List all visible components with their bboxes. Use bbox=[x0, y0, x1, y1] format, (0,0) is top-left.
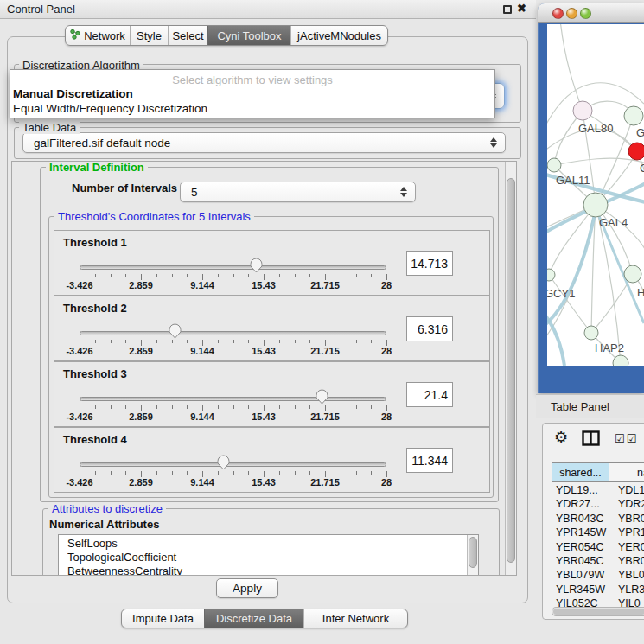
minimize-traffic-light-icon[interactable] bbox=[566, 8, 577, 19]
network-node[interactable] bbox=[547, 158, 561, 172]
table-cell[interactable]: YLR345W bbox=[552, 583, 609, 596]
slider-thumb[interactable] bbox=[217, 455, 230, 470]
network-canvas[interactable]: GAL80GACGAL11GAL4GCY1HHAP2 bbox=[547, 24, 644, 366]
gear-icon[interactable]: ⚙ bbox=[554, 428, 568, 447]
apply-button[interactable]: Apply bbox=[216, 578, 278, 598]
table-cell[interactable]: YER0 bbox=[609, 540, 644, 554]
table-cell[interactable]: YDR27... bbox=[552, 497, 609, 511]
tick-mark bbox=[172, 405, 173, 409]
slider-track[interactable] bbox=[80, 265, 386, 270]
tick-mark bbox=[172, 471, 173, 475]
tick-mark bbox=[156, 471, 157, 475]
table-row[interactable]: YBR045CYBR0 bbox=[552, 554, 644, 568]
split-column-icon[interactable] bbox=[582, 430, 600, 450]
tab-infer-network[interactable]: Infer Network bbox=[303, 609, 407, 628]
network-node[interactable] bbox=[573, 101, 592, 120]
slider-track[interactable] bbox=[80, 462, 386, 467]
network-node[interactable] bbox=[624, 106, 643, 125]
dropdown-option-equal-width[interactable]: Equal Width/Frequency Discretization bbox=[10, 101, 494, 116]
tick-mark bbox=[295, 340, 296, 343]
combo-value: 5 bbox=[191, 186, 198, 199]
tab-select[interactable]: Select bbox=[168, 26, 207, 45]
network-node-label: HAP2 bbox=[595, 341, 624, 354]
tick-mark bbox=[125, 471, 126, 475]
settings-scrollbar[interactable] bbox=[505, 162, 516, 575]
tick-mark bbox=[111, 471, 112, 475]
slider-track[interactable] bbox=[80, 397, 386, 401]
tab-discretize-data[interactable]: Discretize Data bbox=[204, 609, 303, 628]
network-node[interactable] bbox=[583, 193, 608, 217]
table-cell[interactable]: YDR2 bbox=[609, 497, 644, 511]
close-icon[interactable]: ✖ bbox=[517, 2, 526, 15]
table-cell[interactable]: YBR043C bbox=[552, 512, 609, 526]
table-row[interactable]: YBL079WYBL0 bbox=[552, 568, 644, 582]
table-cell[interactable]: YLR3 bbox=[609, 583, 644, 596]
table-row[interactable]: YPR145WYPR1 bbox=[552, 526, 644, 539]
tick-mark bbox=[187, 274, 188, 277]
table-cell[interactable]: YDL1 bbox=[609, 483, 644, 497]
tick-mark bbox=[218, 340, 219, 343]
tick-label: -3.426 bbox=[66, 477, 92, 488]
float-window-icon[interactable] bbox=[503, 5, 512, 14]
slider-thumb[interactable] bbox=[316, 389, 328, 405]
close-traffic-light-icon[interactable] bbox=[552, 8, 564, 19]
table-data-combobox[interactable]: galFiltered.sif default node bbox=[22, 132, 506, 153]
threshold-value-field[interactable]: 21.4 bbox=[406, 382, 453, 407]
network-node[interactable] bbox=[628, 143, 644, 160]
tab-impute-data[interactable]: Impute Data bbox=[122, 609, 204, 628]
tick-mark bbox=[309, 405, 310, 409]
slider-track[interactable] bbox=[80, 331, 386, 335]
tab-cyni-toolbox[interactable]: Cyni Toolbox bbox=[207, 26, 290, 45]
table-row[interactable]: YDL19...YDL1 bbox=[552, 483, 644, 497]
tab-jactivemnodules[interactable]: jActiveMNodules bbox=[290, 26, 387, 45]
slider-thumb[interactable] bbox=[250, 258, 263, 273]
scrollbar-thumb[interactable] bbox=[553, 609, 644, 615]
list-scrollbar[interactable] bbox=[467, 535, 478, 576]
dropdown-option-manual[interactable]: Manual Discretization bbox=[10, 86, 494, 101]
network-node[interactable] bbox=[584, 326, 598, 340]
tab-style[interactable]: Style bbox=[130, 26, 168, 45]
threshold-value-field[interactable]: 11.344 bbox=[406, 448, 453, 473]
table-cell[interactable]: YBR0 bbox=[609, 554, 644, 568]
tick-mark bbox=[248, 471, 249, 475]
network-node[interactable] bbox=[547, 269, 555, 281]
tick-mark bbox=[233, 274, 234, 277]
zoom-traffic-light-icon[interactable] bbox=[580, 8, 591, 19]
tab-network[interactable]: Network bbox=[66, 26, 130, 45]
table-row[interactable]: YER054CYER0 bbox=[552, 540, 644, 554]
threshold-value-field[interactable]: 6.316 bbox=[406, 316, 453, 341]
table-row[interactable]: YBR043CYBR0 bbox=[552, 512, 644, 526]
table-row[interactable]: YLR345WYLR3 bbox=[552, 583, 644, 596]
table-cell[interactable]: YPR1 bbox=[609, 526, 644, 539]
table-cell[interactable]: YPR145W bbox=[552, 526, 609, 539]
network-window-titlebar[interactable] bbox=[538, 3, 644, 23]
scrollbar-thumb[interactable] bbox=[469, 537, 477, 568]
list-item[interactable]: TopologicalCoefficient bbox=[59, 551, 478, 564]
network-node-label: GAL11 bbox=[556, 174, 590, 187]
network-node[interactable] bbox=[624, 265, 641, 283]
column-header-name[interactable]: na bbox=[609, 462, 644, 482]
table-cell[interactable]: YBL0 bbox=[609, 568, 644, 582]
table-horizontal-scrollbar[interactable] bbox=[552, 607, 644, 616]
scrollbar-thumb[interactable] bbox=[507, 178, 515, 563]
list-item[interactable]: BetweennessCentrality bbox=[59, 564, 478, 576]
threshold-label: Threshold 2 bbox=[63, 302, 127, 315]
tick-mark bbox=[386, 405, 387, 411]
table-cell[interactable]: YBR0 bbox=[609, 512, 644, 526]
table-row[interactable]: YDR27...YDR2 bbox=[552, 497, 644, 511]
table-cell[interactable]: YBR045C bbox=[552, 554, 609, 568]
network-view-window[interactable]: GAL80GACGAL11GAL4GCY1HHAP2 bbox=[538, 3, 644, 393]
tick-label: 15.43 bbox=[252, 477, 276, 488]
group-title: Table Data bbox=[19, 121, 80, 134]
tick-label: 2.859 bbox=[129, 411, 153, 422]
network-node[interactable] bbox=[613, 355, 628, 366]
number-of-intervals-combobox[interactable]: 5 bbox=[180, 182, 416, 202]
table-cell[interactable]: YER054C bbox=[552, 540, 609, 554]
threshold-value-field[interactable]: 14.713 bbox=[406, 251, 453, 276]
table-cell[interactable]: YDL19... bbox=[552, 483, 609, 497]
table-cell[interactable]: YBL079W bbox=[552, 568, 609, 582]
slider-thumb[interactable] bbox=[169, 323, 182, 339]
select-columns-icon[interactable]: ☑☑ bbox=[615, 432, 638, 445]
column-header-shared-name[interactable]: shared... bbox=[552, 462, 609, 482]
list-item[interactable]: SelfLoops bbox=[59, 537, 478, 551]
